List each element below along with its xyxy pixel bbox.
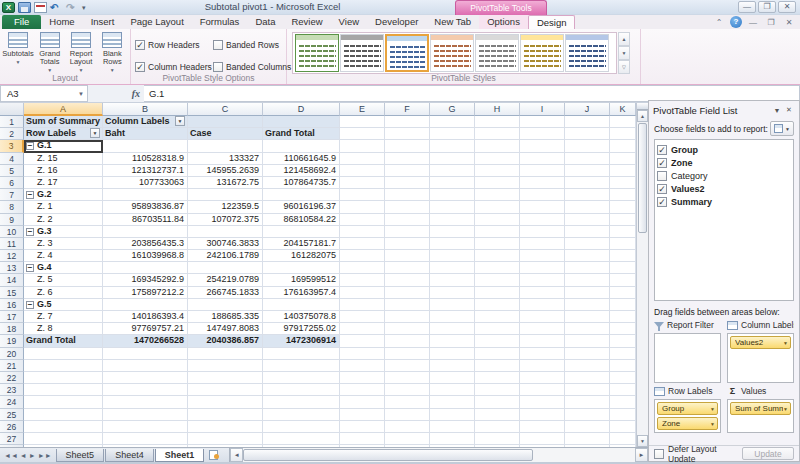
field-list-close-icon[interactable]: ✕ (783, 106, 795, 114)
area-box-values[interactable]: Sum of Summ...▼ (727, 399, 794, 433)
cell-C1[interactable] (188, 116, 263, 128)
cell-J17[interactable] (565, 311, 610, 323)
cell-A19[interactable]: Grand Total (24, 335, 103, 347)
cell-B25[interactable] (103, 409, 188, 421)
cell-A20[interactable] (24, 348, 103, 360)
field-item-group[interactable]: ✓Group (657, 143, 791, 156)
tab-data[interactable]: Data (247, 15, 283, 29)
row-header-5[interactable]: 5 (0, 165, 24, 177)
cell-F5[interactable] (385, 165, 430, 177)
cell-H21[interactable] (475, 360, 520, 372)
cell-E17[interactable] (340, 311, 385, 323)
cell-B24[interactable] (103, 396, 188, 408)
cell-A22[interactable] (24, 372, 103, 384)
field-button-group[interactable]: Group▼ (657, 402, 718, 415)
name-box-dropdown-icon[interactable]: ▼ (75, 91, 87, 97)
cell-H10[interactable] (475, 226, 520, 238)
cell-J21[interactable] (565, 360, 610, 372)
cell-C24[interactable] (188, 396, 263, 408)
cell-H8[interactable] (475, 201, 520, 213)
horizontal-scroll-thumb[interactable] (243, 449, 533, 461)
cell-I20[interactable] (520, 348, 565, 360)
column-header-H[interactable]: H (475, 103, 520, 116)
cell-D25[interactable] (263, 409, 340, 421)
cell-G8[interactable] (430, 201, 475, 213)
cell-H3[interactable] (475, 140, 520, 152)
row-header-15[interactable]: 15 (0, 287, 24, 299)
cell-B6[interactable]: 107733063 (103, 177, 188, 189)
cell-H15[interactable] (475, 287, 520, 299)
field-checkbox-icon[interactable]: ✓ (657, 158, 667, 168)
cell-A7[interactable]: −G.2 (24, 189, 103, 201)
gallery-scroll-down-icon[interactable]: ▼ (618, 46, 630, 60)
cell-H20[interactable] (475, 348, 520, 360)
cell-A25[interactable] (24, 409, 103, 421)
cell-H22[interactable] (475, 372, 520, 384)
cell-B5[interactable]: 121312737.1 (103, 165, 188, 177)
row-header-18[interactable]: 18 (0, 323, 24, 335)
cell-B19[interactable]: 1470266528 (103, 335, 188, 347)
cell-A6[interactable]: Z. 17 (24, 177, 103, 189)
row-labels-filter-icon[interactable]: ▼ (90, 128, 100, 138)
column-header-B[interactable]: B (103, 103, 188, 116)
row-header-20[interactable]: 20 (0, 348, 24, 360)
cell-D12[interactable]: 161282075 (263, 250, 340, 262)
tab-view[interactable]: View (331, 15, 367, 29)
scroll-right-icon[interactable]: ► (635, 448, 648, 462)
row-header-14[interactable]: 14 (0, 274, 24, 286)
field-list-layout-button[interactable]: ▼ (770, 121, 794, 136)
select-all-corner[interactable] (0, 103, 24, 116)
cell-H18[interactable] (475, 323, 520, 335)
cell-C5[interactable]: 145955.2639 (188, 165, 263, 177)
cell-F20[interactable] (385, 348, 430, 360)
vertical-split-handle[interactable] (637, 103, 648, 110)
cell-E10[interactable] (340, 226, 385, 238)
cell-G4[interactable] (430, 153, 475, 165)
cell-J11[interactable] (565, 238, 610, 250)
cell-H23[interactable] (475, 384, 520, 396)
cell-K25[interactable] (610, 409, 636, 421)
cell-D17[interactable]: 140375078.8 (263, 311, 340, 323)
workbook-restore-icon[interactable]: ❐ (764, 17, 778, 28)
cell-F6[interactable] (385, 177, 430, 189)
cell-I13[interactable] (520, 262, 565, 274)
cell-F14[interactable] (385, 274, 430, 286)
cell-G19[interactable] (430, 335, 475, 347)
cell-J23[interactable] (565, 384, 610, 396)
cell-F24[interactable] (385, 396, 430, 408)
column-header-G[interactable]: G (430, 103, 475, 116)
column-header-J[interactable]: J (565, 103, 610, 116)
cell-C8[interactable]: 122359.5 (188, 201, 263, 213)
row-header-7[interactable]: 7 (0, 189, 24, 201)
cell-H16[interactable] (475, 299, 520, 311)
cell-H9[interactable] (475, 214, 520, 226)
button-report-layout[interactable]: Report Layout▼ (66, 31, 95, 73)
cell-K2[interactable] (610, 128, 636, 140)
cell-C25[interactable] (188, 409, 263, 421)
column-header-K[interactable]: K (610, 103, 636, 116)
cell-B10[interactable] (103, 226, 188, 238)
cell-D24[interactable] (263, 396, 340, 408)
collapse-icon[interactable]: − (26, 264, 34, 272)
cell-D4[interactable]: 110661645.9 (263, 153, 340, 165)
cell-I25[interactable] (520, 409, 565, 421)
cell-E21[interactable] (340, 360, 385, 372)
insert-function-icon[interactable]: fx (132, 88, 140, 99)
row-header-13[interactable]: 13 (0, 262, 24, 274)
cell-F22[interactable] (385, 372, 430, 384)
field-button-values2[interactable]: Values2▼ (730, 336, 791, 349)
row-header-21[interactable]: 21 (0, 360, 24, 372)
cell-E19[interactable] (340, 335, 385, 347)
area-box-row-labels[interactable]: Group▼Zone▼ (654, 399, 721, 433)
minimize-button[interactable]: — (738, 1, 756, 13)
cell-J20[interactable] (565, 348, 610, 360)
cell-G16[interactable] (430, 299, 475, 311)
cell-H19[interactable] (475, 335, 520, 347)
row-header-4[interactable]: 4 (0, 153, 24, 165)
cell-B18[interactable]: 97769757.21 (103, 323, 188, 335)
cell-I16[interactable] (520, 299, 565, 311)
cell-E7[interactable] (340, 189, 385, 201)
cell-H13[interactable] (475, 262, 520, 274)
cell-E14[interactable] (340, 274, 385, 286)
cell-F26[interactable] (385, 421, 430, 433)
